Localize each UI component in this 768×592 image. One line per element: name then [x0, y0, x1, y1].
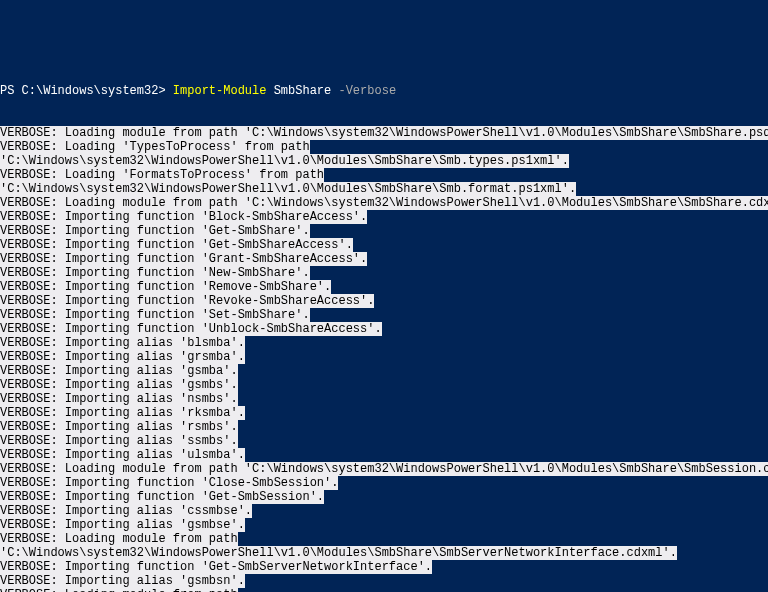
verbose-line: VERBOSE: Loading module from path 'C:\Wi…	[0, 196, 768, 210]
verbose-text: VERBOSE: Loading module from path 'C:\Wi…	[0, 196, 768, 210]
verbose-text: VERBOSE: Loading 'TypesToProcess' from p…	[0, 140, 310, 154]
space2	[331, 84, 338, 98]
verbose-line: VERBOSE: Importing alias 'gsmbs'.	[0, 378, 768, 392]
verbose-line: VERBOSE: Importing function 'Close-SmbSe…	[0, 476, 768, 490]
verbose-line: VERBOSE: Importing function 'Remove-SmbS…	[0, 280, 768, 294]
verbose-line: 'C:\Windows\system32\WindowsPowerShell\v…	[0, 182, 768, 196]
verbose-text: VERBOSE: Importing alias 'rksmba'.	[0, 406, 245, 420]
powershell-terminal[interactable]: PS C:\Windows\system32> Import-Module Sm…	[0, 56, 768, 592]
verbose-text: VERBOSE: Importing function 'Remove-SmbS…	[0, 280, 331, 294]
space	[266, 84, 273, 98]
verbose-text: VERBOSE: Loading module from path 'C:\Wi…	[0, 126, 768, 140]
verbose-line: VERBOSE: Importing alias 'gsmbsn'.	[0, 574, 768, 588]
verbose-line: VERBOSE: Importing function 'Revoke-SmbS…	[0, 294, 768, 308]
verbose-line: VERBOSE: Loading module from path	[0, 588, 768, 592]
cmdlet-arg: SmbShare	[274, 84, 332, 98]
verbose-text: VERBOSE: Importing function 'New-SmbShar…	[0, 266, 310, 280]
verbose-text: VERBOSE: Importing function 'Get-SmbShar…	[0, 224, 310, 238]
verbose-line: VERBOSE: Importing function 'New-SmbShar…	[0, 266, 768, 280]
verbose-line: VERBOSE: Importing alias 'rksmba'.	[0, 406, 768, 420]
verbose-text: 'C:\Windows\system32\WindowsPowerShell\v…	[0, 546, 677, 560]
verbose-line: VERBOSE: Loading 'FormatsToProcess' from…	[0, 168, 768, 182]
verbose-text: VERBOSE: Importing alias 'gsmbsn'.	[0, 574, 245, 588]
verbose-text: VERBOSE: Importing alias 'gsmbse'.	[0, 518, 245, 532]
verbose-text: VERBOSE: Importing function 'Get-SmbShar…	[0, 238, 353, 252]
verbose-text: 'C:\Windows\system32\WindowsPowerShell\v…	[0, 182, 576, 196]
verbose-line: VERBOSE: Importing alias 'cssmbse'.	[0, 504, 768, 518]
verbose-line: VERBOSE: Importing alias 'ssmbs'.	[0, 434, 768, 448]
verbose-line: VERBOSE: Importing alias 'gsmba'.	[0, 364, 768, 378]
verbose-text: VERBOSE: Loading 'FormatsToProcess' from…	[0, 168, 324, 182]
verbose-line: VERBOSE: Importing function 'Block-SmbSh…	[0, 210, 768, 224]
verbose-text: VERBOSE: Importing alias 'grsmba'.	[0, 350, 245, 364]
verbose-line: VERBOSE: Importing function 'Get-SmbShar…	[0, 224, 768, 238]
verbose-line: VERBOSE: Importing function 'Get-SmbShar…	[0, 238, 768, 252]
verbose-line: VERBOSE: Importing function 'Set-SmbShar…	[0, 308, 768, 322]
prompt-path: PS C:\Windows\system32>	[0, 84, 173, 98]
verbose-text: VERBOSE: Importing alias 'cssmbse'.	[0, 504, 252, 518]
cmdlet: Import-Module	[173, 84, 267, 98]
verbose-line: VERBOSE: Importing function 'Grant-SmbSh…	[0, 252, 768, 266]
verbose-line: VERBOSE: Loading module from path 'C:\Wi…	[0, 126, 768, 140]
verbose-line: VERBOSE: Importing function 'Get-SmbServ…	[0, 560, 768, 574]
verbose-text: VERBOSE: Loading module from path	[0, 532, 238, 546]
verbose-text: VERBOSE: Importing alias 'gsmbs'.	[0, 378, 238, 392]
verbose-text: VERBOSE: Importing function 'Set-SmbShar…	[0, 308, 310, 322]
verbose-output: VERBOSE: Loading module from path 'C:\Wi…	[0, 126, 768, 592]
cmdlet-flag: -Verbose	[338, 84, 396, 98]
verbose-text: VERBOSE: Importing function 'Revoke-SmbS…	[0, 294, 374, 308]
verbose-line: VERBOSE: Importing function 'Unblock-Smb…	[0, 322, 768, 336]
verbose-text: VERBOSE: Importing function 'Get-SmbSess…	[0, 490, 324, 504]
verbose-line: VERBOSE: Importing alias 'rsmbs'.	[0, 420, 768, 434]
verbose-line: VERBOSE: Loading 'TypesToProcess' from p…	[0, 140, 768, 154]
verbose-line: VERBOSE: Loading module from path	[0, 532, 768, 546]
verbose-text: 'C:\Windows\system32\WindowsPowerShell\v…	[0, 154, 569, 168]
verbose-line: VERBOSE: Importing alias 'blsmba'.	[0, 336, 768, 350]
verbose-text: VERBOSE: Importing function 'Unblock-Smb…	[0, 322, 382, 336]
verbose-text: VERBOSE: Loading module from path	[0, 588, 238, 592]
verbose-line: VERBOSE: Importing alias 'gsmbse'.	[0, 518, 768, 532]
verbose-text: VERBOSE: Importing alias 'gsmba'.	[0, 364, 238, 378]
verbose-text: VERBOSE: Importing alias 'ulsmba'.	[0, 448, 245, 462]
verbose-text: VERBOSE: Importing function 'Block-SmbSh…	[0, 210, 367, 224]
verbose-text: VERBOSE: Importing function 'Get-SmbServ…	[0, 560, 432, 574]
verbose-text: VERBOSE: Importing function 'Close-SmbSe…	[0, 476, 338, 490]
verbose-line: VERBOSE: Importing alias 'ulsmba'.	[0, 448, 768, 462]
verbose-line: VERBOSE: Importing function 'Get-SmbSess…	[0, 490, 768, 504]
command-line: PS C:\Windows\system32> Import-Module Sm…	[0, 84, 768, 98]
verbose-text: VERBOSE: Importing alias 'rsmbs'.	[0, 420, 238, 434]
verbose-line: VERBOSE: Importing alias 'nsmbs'.	[0, 392, 768, 406]
verbose-text: VERBOSE: Importing alias 'blsmba'.	[0, 336, 245, 350]
verbose-line: 'C:\Windows\system32\WindowsPowerShell\v…	[0, 546, 768, 560]
verbose-text: VERBOSE: Importing function 'Grant-SmbSh…	[0, 252, 367, 266]
verbose-text: VERBOSE: Importing alias 'ssmbs'.	[0, 434, 238, 448]
verbose-text: VERBOSE: Importing alias 'nsmbs'.	[0, 392, 238, 406]
verbose-line: VERBOSE: Loading module from path 'C:\Wi…	[0, 462, 768, 476]
verbose-line: VERBOSE: Importing alias 'grsmba'.	[0, 350, 768, 364]
verbose-line: 'C:\Windows\system32\WindowsPowerShell\v…	[0, 154, 768, 168]
verbose-text: VERBOSE: Loading module from path 'C:\Wi…	[0, 462, 768, 476]
